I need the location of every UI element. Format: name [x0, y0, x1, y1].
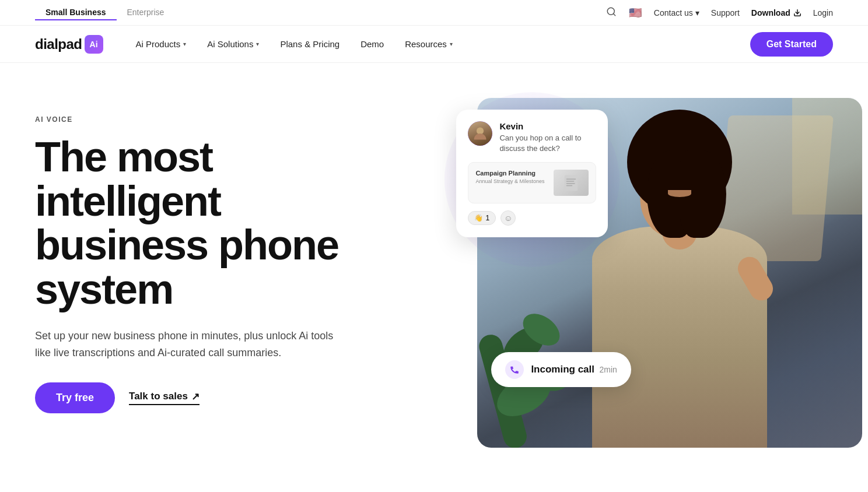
reaction-badge[interactable]: 👋 1: [468, 211, 496, 225]
tab-enterprise[interactable]: Enterprise: [117, 5, 175, 20]
talk-to-sales-link[interactable]: Talk to sales ↗: [129, 391, 200, 405]
tab-small-business[interactable]: Small Business: [35, 5, 117, 20]
nav-plans-pricing[interactable]: Plans & Pricing: [271, 34, 349, 54]
hero-section: AI VOICE The most intelligent business p…: [0, 63, 868, 492]
svg-rect-8: [566, 185, 573, 187]
add-reaction-button[interactable]: ☺: [501, 210, 516, 226]
chevron-ai-solutions-icon: [256, 41, 259, 47]
smiley-icon: ☺: [504, 213, 512, 223]
doc-info: Campaign Planning Annual Strategy & Mile…: [475, 170, 548, 196]
svg-rect-5: [566, 178, 576, 180]
reaction-emoji: 👋: [474, 214, 483, 222]
hero-visual: Kevin Can you hop on a call to discuss t…: [474, 98, 833, 492]
download-link[interactable]: Download: [751, 8, 802, 17]
chat-reactions: 👋 1 ☺: [468, 210, 596, 226]
top-bar-actions: 🇺🇸 Contact us ▾ Support Download Login: [606, 6, 833, 19]
contact-us-link[interactable]: Contact us ▾: [654, 8, 699, 17]
nav-items: Ai Products Ai Solutions Plans & Pricing…: [127, 34, 750, 54]
incoming-call-label: Incoming call: [531, 364, 594, 375]
flag-us-icon[interactable]: 🇺🇸: [628, 8, 642, 17]
logo[interactable]: dialpad Ai: [35, 35, 103, 54]
chat-message-area: Kevin Can you hop on a call to discuss t…: [499, 121, 596, 154]
svg-rect-7: [566, 183, 575, 184]
doc-thumbnail: [554, 170, 589, 196]
get-started-button[interactable]: Get Started: [750, 32, 833, 57]
hero-content: AI VOICE The most intelligent business p…: [35, 98, 474, 413]
chevron-resources-icon: [450, 41, 453, 47]
chat-message-text: Can you hop on a call to discuss the dec…: [499, 133, 596, 154]
hero-title: The most intelligent business phone syst…: [35, 135, 474, 311]
sender-name: Kevin: [499, 121, 596, 131]
svg-point-3: [477, 128, 484, 135]
woman-figure: [580, 121, 779, 448]
logo-text: dialpad: [35, 36, 82, 52]
login-link[interactable]: Login: [813, 8, 833, 17]
hero-label: AI VOICE: [35, 115, 474, 124]
chat-card: Kevin Can you hop on a call to discuss t…: [456, 110, 608, 237]
call-duration: 2min: [599, 365, 617, 374]
nav-ai-solutions[interactable]: Ai Solutions: [198, 34, 268, 54]
support-link[interactable]: Support: [711, 8, 740, 17]
hero-actions: Try free Talk to sales ↗: [35, 382, 474, 413]
nav-demo[interactable]: Demo: [351, 34, 393, 54]
svg-rect-6: [566, 181, 575, 182]
chevron-ai-products-icon: [183, 41, 186, 47]
doc-subtitle: Annual Strategy & Milestones: [475, 178, 548, 185]
bg-element-2: [792, 98, 862, 215]
main-nav: dialpad Ai Ai Products Ai Solutions Plan…: [0, 26, 868, 63]
search-icon[interactable]: [606, 6, 617, 19]
try-free-button[interactable]: Try free: [35, 382, 115, 413]
top-bar: Small Business Enterprise 🇺🇸 Contact us …: [0, 0, 868, 26]
hero-subtitle: Set up your new business phone in minute…: [35, 328, 338, 361]
svg-line-1: [613, 13, 615, 15]
document-preview: Campaign Planning Annual Strategy & Mile…: [468, 162, 596, 203]
logo-badge: Ai: [85, 35, 103, 54]
chat-card-header: Kevin Can you hop on a call to discuss t…: [468, 121, 596, 154]
avatar-inner: [468, 121, 492, 146]
reaction-count: 1: [485, 214, 489, 222]
avatar: [468, 121, 492, 146]
nav-resources[interactable]: Resources: [396, 34, 462, 54]
top-bar-tabs: Small Business Enterprise: [35, 5, 174, 20]
call-icon: [505, 360, 524, 379]
incoming-call-pill: Incoming call 2min: [491, 352, 631, 387]
nav-ai-products[interactable]: Ai Products: [127, 34, 196, 54]
call-info: Incoming call 2min: [531, 364, 617, 375]
arrow-icon: ↗: [191, 391, 200, 403]
doc-title: Campaign Planning: [475, 170, 548, 177]
